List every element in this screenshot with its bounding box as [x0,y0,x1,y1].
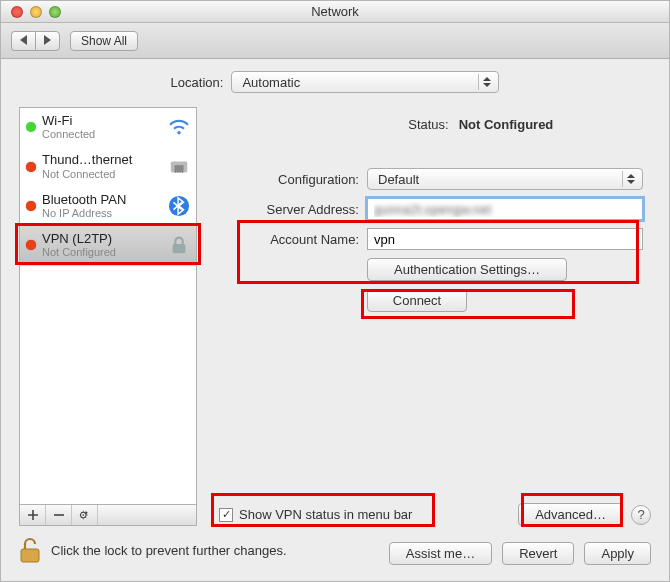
chevron-left-icon [20,35,27,45]
apply-button[interactable]: Apply [584,542,651,565]
sidebar-item-thunderbolt-ethernet[interactable]: Thund…thernet Not Connected [20,147,196,186]
close-icon[interactable] [11,6,23,18]
status-dot-icon [26,240,36,250]
svg-rect-3 [173,244,186,253]
server-address-input[interactable] [367,198,643,220]
traffic-lights [11,6,61,18]
bottom-row: ✓ Show VPN status in menu bar Advanced… … [209,499,651,526]
status-dot-icon [26,162,36,172]
service-name: Wi-Fi [42,114,162,128]
sidebar-item-vpn[interactable]: VPN (L2TP) Not Configured [20,226,196,265]
configuration-select[interactable]: Default [367,168,643,190]
service-name: Thund…thernet [42,153,162,167]
server-address-label: Server Address: [209,202,359,217]
show-vpn-status-checkbox[interactable]: ✓ [219,508,233,522]
revert-button[interactable]: Revert [502,542,574,565]
service-text: Bluetooth PAN No IP Address [42,193,162,219]
buttons-row: Assist me… Revert Apply [19,542,651,573]
svg-rect-1 [174,165,183,171]
ethernet-icon [168,156,190,178]
service-sub: Connected [42,128,162,140]
service-sub: No IP Address [42,207,162,219]
nav-buttons [11,31,60,51]
below-buttons: Authentication Settings… Connect [367,258,643,312]
form-area: Status: Not Configured Configuration: De… [209,107,651,499]
titlebar: Network [1,1,669,23]
connect-button[interactable]: Connect [367,289,467,312]
status-dot-icon [26,122,36,132]
show-vpn-status-row: ✓ Show VPN status in menu bar [219,507,412,522]
gear-icon [79,509,91,521]
chevron-updown-icon [622,171,638,187]
back-button[interactable] [11,31,35,51]
auth-settings-button[interactable]: Authentication Settings… [367,258,567,281]
sidebar-item-bluetooth-pan[interactable]: Bluetooth PAN No IP Address [20,187,196,226]
status-value: Not Configured [459,117,554,132]
server-address-field: Server Address: [209,198,643,220]
account-name-field: Account Name: [209,228,643,250]
sidebar-item-wifi[interactable]: Wi-Fi Connected [20,108,196,147]
remove-service-button[interactable] [46,505,72,525]
zoom-icon[interactable] [49,6,61,18]
service-sub: Not Connected [42,168,162,180]
show-vpn-status-label: Show VPN status in menu bar [239,507,412,522]
svg-point-5 [82,514,84,516]
bluetooth-icon [168,195,190,217]
service-actions-button[interactable] [72,505,98,525]
services-list: Wi-Fi Connected Thund…thernet Not Connec… [19,107,197,504]
location-row: Location: Automatic [19,71,651,93]
wifi-icon [168,116,190,138]
window-title: Network [1,4,669,19]
status-label: Status: [299,117,449,132]
configuration-label: Configuration: [209,172,359,187]
service-name: VPN (L2TP) [42,232,162,246]
chevron-updown-icon [478,74,494,90]
help-button[interactable]: ? [631,505,651,525]
status-dot-icon [26,201,36,211]
sidebar-tools [19,504,197,526]
location-label: Location: [171,75,224,90]
add-service-button[interactable] [20,505,46,525]
service-text: VPN (L2TP) Not Configured [42,232,162,258]
main-row: Wi-Fi Connected Thund…thernet Not Connec… [19,107,651,526]
location-select[interactable]: Automatic [231,71,499,93]
service-text: Thund…thernet Not Connected [42,153,162,179]
forward-button[interactable] [35,31,60,51]
network-preferences-window: Network Show All Location: Automatic [0,0,670,582]
toolbar: Show All [1,23,669,59]
configuration-value: Default [378,172,419,187]
service-text: Wi-Fi Connected [42,114,162,140]
account-name-input[interactable] [367,228,643,250]
plus-icon [27,509,39,521]
content: Location: Automatic Wi-Fi Connected [1,59,669,581]
services-sidebar: Wi-Fi Connected Thund…thernet Not Connec… [19,107,197,526]
configuration-field: Configuration: Default [209,168,643,190]
lock-icon [168,234,190,256]
minus-icon [53,509,65,521]
show-all-button[interactable]: Show All [70,31,138,51]
account-name-label: Account Name: [209,232,359,247]
service-sub: Not Configured [42,246,162,258]
service-name: Bluetooth PAN [42,193,162,207]
minimize-icon[interactable] [30,6,42,18]
location-value: Automatic [242,75,300,90]
status-row: Status: Not Configured [209,117,643,132]
chevron-right-icon [44,35,51,45]
right-pane: Status: Not Configured Configuration: De… [209,107,651,526]
advanced-button[interactable]: Advanced… [518,503,623,526]
assist-me-button[interactable]: Assist me… [389,542,492,565]
